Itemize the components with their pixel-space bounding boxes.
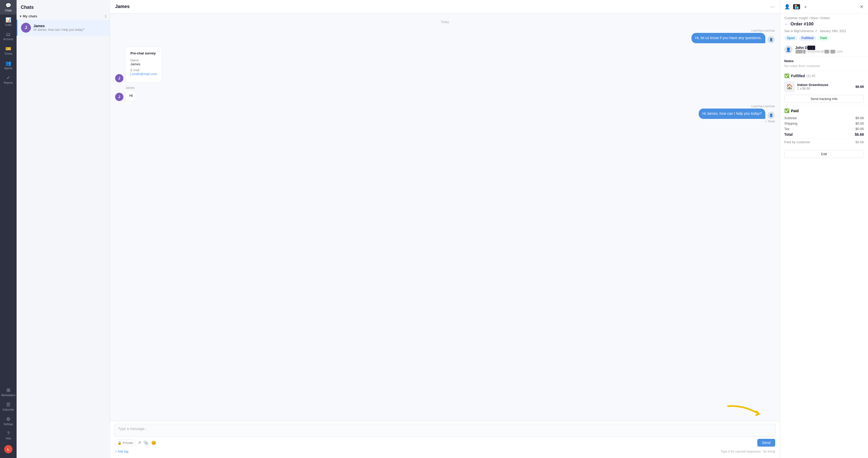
reports-icon: ✓ — [6, 75, 10, 80]
notes-title: Notes — [784, 59, 864, 63]
edit-button[interactable]: Edit — [784, 150, 864, 158]
breadcrumb: Customer Insight / Store / Orders — [780, 14, 868, 21]
paperclip-icon: 📎 — [143, 440, 149, 445]
message-sender: James — [125, 86, 134, 90]
paid-section: ✅ Paid Subtotal $6.68 Shipping $0.00 Tax… — [780, 105, 868, 148]
status-badges: Open Fulfilled Paid — [780, 34, 868, 43]
message-row: LiveChat LiveChat 👤 Hi James, how can I … — [115, 105, 775, 123]
nav-item-tickets[interactable]: 🎫 Tickets — [0, 43, 17, 58]
nav-item-marketplace[interactable]: ⊞ Marketplace — [0, 385, 17, 399]
nav-label-marketplace: Marketplace — [1, 394, 15, 397]
nav-label-archives: Archives — [3, 38, 13, 41]
message-read-status: ✓ Read — [765, 120, 775, 123]
nav-item-chats[interactable]: 💬 Chats — [0, 0, 17, 14]
product-quantity: 1 x $6.68 — [797, 87, 853, 90]
private-label: Private — [123, 441, 133, 445]
private-button[interactable]: 🔒 Private — [115, 439, 136, 446]
product-price: $6.68 — [855, 85, 864, 89]
subscribe-icon: ☰ — [6, 402, 10, 407]
avatar: J — [21, 23, 31, 33]
message-sender: LiveChat LiveChat — [751, 29, 775, 32]
subtotal-row: Subtotal $6.68 — [784, 115, 864, 121]
fulfilled-check-icon: ✅ — [784, 73, 789, 78]
survey-email-value: j.smith@mail.com — [130, 72, 157, 76]
survey-card: Pre-chat survey Name: James E-mail: j.sm… — [125, 47, 162, 83]
customer-insight-icon[interactable]: 👤 — [784, 4, 790, 9]
agent-avatar: 👤 — [767, 112, 775, 119]
add-tag-button[interactable]: + Add tag — [115, 449, 129, 454]
right-panel-header: 👤 🏪 ＋ ✕ — [780, 0, 868, 14]
tickets-icon: 🎫 — [5, 46, 11, 52]
message-row: LiveChat LiveChat 👤 Hi, let us know if y… — [115, 29, 775, 43]
nav-item-agents[interactable]: 👥 Agents — [0, 58, 17, 72]
marketplace-icon: ⊞ — [6, 387, 10, 393]
sidebar: Chats ▾ My chats 1 J James Hi James, how… — [17, 0, 110, 458]
attachment-button[interactable]: 📎 — [143, 440, 149, 445]
my-chats-label: My chats — [23, 14, 37, 18]
total-value: $6.68 — [855, 132, 864, 136]
shipping-row: Shipping $0.00 — [784, 121, 864, 126]
chat-main: James ··· Today LiveChat LiveChat 👤 Hi, … — [110, 0, 780, 458]
product-thumbnail: 🏠 — [784, 81, 795, 92]
total-row: Total $6.68 — [784, 132, 864, 137]
archives-icon: 🗂 — [6, 32, 11, 37]
nav-label-tickets: Tickets — [4, 52, 12, 55]
nav-label-traffic: Traffic — [5, 24, 12, 26]
nav-avatar-item[interactable]: L — [0, 443, 17, 458]
badge-open: Open — [784, 35, 798, 41]
send-button[interactable]: Send — [757, 439, 775, 447]
survey-name-value: James — [130, 62, 157, 66]
more-options-button[interactable]: ··· — [770, 4, 775, 9]
product-name: Indoor Greenhouse — [797, 83, 853, 87]
nav-label-settings: Settings — [4, 423, 13, 426]
order-title: Order #100 — [790, 22, 813, 27]
paid-by-row: Paid by customer $6.68 — [784, 138, 864, 145]
shipping-value: $0.00 — [855, 122, 864, 125]
order-item-row: 🏠 Indoor Greenhouse 1 x $6.68 $6.68 — [780, 80, 868, 94]
avatar: J — [115, 74, 123, 83]
message-input[interactable]: Type a message... — [114, 424, 776, 437]
input-placeholder: Type a message... — [118, 427, 148, 431]
store-icon[interactable]: 🏪 — [793, 4, 800, 9]
message-row: J Pre-chat survey Name: James E-mail: j.… — [115, 47, 775, 83]
fulfilled-label: Fulfilled — [791, 74, 805, 78]
customer-avatar: 👤 — [784, 45, 793, 54]
emoji-button[interactable]: 😊 — [151, 440, 156, 445]
message-bubble: Hi James, how can I help you today? — [699, 108, 765, 119]
avatar: L — [4, 445, 12, 453]
left-navigation: 💬 Chats 📊 Traffic 🗂 Archives 🎫 Tickets 👥… — [0, 0, 17, 458]
canned-response-button[interactable]: # — [138, 440, 141, 445]
back-button[interactable]: ← — [784, 22, 788, 26]
nav-item-subscribe[interactable]: ☰ Subscribe — [0, 399, 17, 414]
total-label: Total — [784, 132, 793, 136]
customer-name: John D███ — [795, 45, 843, 50]
chat-list-item[interactable]: J James Hi James, how can I help you tod… — [17, 20, 110, 36]
nav-item-help[interactable]: ? Help — [0, 428, 17, 443]
product-icon: 🏠 — [786, 84, 793, 90]
no-notes-text: No notes from customer — [784, 64, 864, 68]
close-icon[interactable]: ✕ — [860, 4, 864, 10]
bigcommerce-link[interactable]: See in BigCommerce ↗ , January 18th, 202… — [780, 29, 868, 34]
my-chats-section[interactable]: ▾ My chats 1 — [17, 13, 110, 20]
notes-section: Notes No notes from customer — [780, 57, 868, 71]
avatar: J — [115, 93, 123, 101]
survey-title: Pre-chat survey — [130, 51, 157, 55]
paid-by-label: Paid by customer — [784, 140, 810, 144]
customer-row: 👤 John D███ j███l█s-customer@l██c██t.com — [780, 43, 868, 57]
nav-item-reports[interactable]: ✓ Reports — [0, 72, 17, 87]
agent-avatar: 👤 — [767, 36, 775, 43]
paid-check-icon: ✅ — [784, 108, 789, 113]
hash-icon: # — [138, 440, 141, 445]
send-tracking-info-button[interactable]: Send tracking info — [784, 95, 864, 103]
add-icon[interactable]: ＋ — [803, 4, 808, 10]
message-row: James J Hi — [115, 86, 775, 101]
nav-item-archives[interactable]: 🗂 Archives — [0, 29, 17, 43]
customer-email: j███l█s-customer@l██c██t.com — [795, 50, 843, 53]
nav-item-traffic[interactable]: 📊 Traffic — [0, 14, 17, 29]
emoji-icon: 😊 — [151, 440, 156, 445]
nav-label-chats: Chats — [5, 9, 12, 12]
chat-preview-text: Hi James, how can I help you today? — [33, 28, 106, 32]
nav-item-settings[interactable]: ⚙ Settings — [0, 414, 17, 428]
subtotal-label: Subtotal — [784, 116, 797, 120]
settings-icon: ⚙ — [6, 416, 10, 422]
